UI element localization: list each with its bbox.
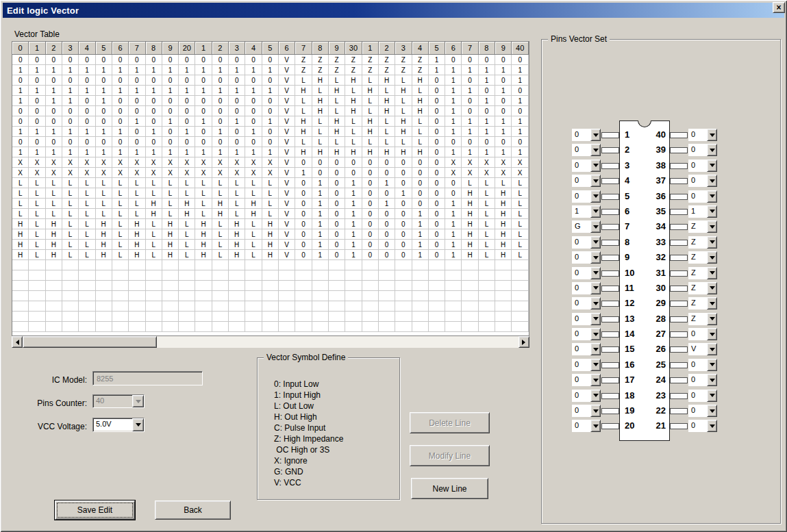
- vector-cell[interactable]: L: [29, 188, 45, 199]
- vector-cell[interactable]: 0: [12, 106, 29, 116]
- vector-cell[interactable]: 0: [29, 106, 45, 116]
- vector-cell[interactable]: 0: [462, 75, 478, 86]
- vector-cell[interactable]: 0: [429, 75, 445, 86]
- vector-cell[interactable]: 1: [345, 229, 362, 240]
- vector-cell[interactable]: H: [362, 116, 379, 127]
- vector-cell[interactable]: 1: [445, 229, 462, 240]
- vector-cell[interactable]: H: [12, 219, 29, 229]
- vector-cell[interactable]: L: [512, 240, 529, 250]
- pin-19-select[interactable]: 0: [572, 405, 601, 417]
- vector-cell[interactable]: X: [512, 157, 529, 168]
- table-row[interactable]: 1111111010101010VHLHLHLHL011111: [12, 127, 529, 137]
- vector-cell[interactable]: 0: [462, 96, 478, 106]
- vector-cell[interactable]: L: [12, 188, 29, 199]
- vector-cell[interactable]: H: [129, 250, 145, 260]
- vector-cell[interactable]: 0: [146, 116, 162, 127]
- vector-cell[interactable]: 1: [162, 147, 179, 157]
- pin-27-select[interactable]: 0: [688, 328, 717, 340]
- vector-cell[interactable]: L: [112, 219, 129, 229]
- vector-cell[interactable]: 0: [79, 96, 95, 106]
- vector-cell[interactable]: H: [379, 147, 395, 157]
- vector-cell[interactable]: 0: [245, 96, 262, 106]
- pin-31-select[interactable]: Z: [688, 267, 717, 279]
- vector-cell[interactable]: 0: [46, 137, 62, 147]
- vector-cell[interactable]: L: [512, 199, 529, 209]
- vector-cell[interactable]: 0: [96, 106, 112, 116]
- vector-cell[interactable]: 0: [479, 55, 495, 65]
- vector-cell[interactable]: V: [279, 188, 295, 199]
- vector-cell[interactable]: L: [395, 137, 412, 147]
- vector-cell[interactable]: 0: [395, 209, 412, 219]
- vector-cell[interactable]: V: [279, 168, 295, 178]
- vector-cell[interactable]: H: [495, 199, 512, 209]
- vector-cell[interactable]: V: [279, 127, 295, 137]
- vector-cell[interactable]: 0: [162, 127, 179, 137]
- vector-cell[interactable]: 0: [412, 168, 429, 178]
- vector-cell[interactable]: 1: [179, 86, 195, 96]
- chevron-down-icon[interactable]: [707, 190, 717, 203]
- pin-11-select[interactable]: 0: [572, 282, 601, 294]
- vector-cell[interactable]: L: [479, 209, 495, 219]
- vector-cell[interactable]: X: [262, 168, 279, 178]
- vector-cell[interactable]: 0: [46, 116, 62, 127]
- pin-9-select[interactable]: 0: [572, 251, 601, 264]
- vector-cell[interactable]: X: [129, 168, 145, 178]
- vector-cell[interactable]: L: [112, 178, 129, 188]
- chevron-down-icon[interactable]: [707, 374, 717, 386]
- back-button[interactable]: Back: [155, 501, 231, 520]
- vector-cell[interactable]: 0: [395, 229, 412, 240]
- vector-cell[interactable]: 0: [479, 137, 495, 147]
- pin-8-select[interactable]: 0: [572, 236, 601, 249]
- vector-cell[interactable]: H: [46, 219, 62, 229]
- vector-cell[interactable]: X: [445, 157, 462, 168]
- vector-cell[interactable]: 1: [262, 65, 279, 75]
- vector-cell[interactable]: 1: [29, 86, 45, 96]
- vector-cell[interactable]: 0: [295, 219, 312, 229]
- vector-cell[interactable]: L: [229, 178, 245, 188]
- vector-cell[interactable]: H: [96, 240, 112, 250]
- vector-cell[interactable]: 0: [395, 250, 412, 260]
- vector-cell[interactable]: 1: [312, 219, 329, 229]
- vector-cell[interactable]: 1: [79, 86, 95, 96]
- vector-cell[interactable]: 0: [112, 116, 129, 127]
- chevron-down-icon[interactable]: [707, 205, 717, 218]
- vector-cell[interactable]: 1: [162, 65, 179, 75]
- vector-cell[interactable]: 0: [512, 55, 529, 65]
- vector-table-container[interactable]: 0123456789201234567893012345678940 00000…: [12, 41, 529, 336]
- vector-cell[interactable]: 1: [445, 96, 462, 106]
- vector-cell[interactable]: 0: [62, 55, 79, 65]
- vector-cell[interactable]: 0: [229, 96, 245, 106]
- vector-cell[interactable]: 1: [79, 127, 95, 137]
- vector-cell[interactable]: 1: [12, 127, 29, 137]
- vector-cell[interactable]: X: [162, 168, 179, 178]
- vector-cell[interactable]: X: [245, 157, 262, 168]
- vector-cell[interactable]: L: [512, 229, 529, 240]
- vector-cell[interactable]: X: [29, 157, 45, 168]
- vector-cell[interactable]: L: [79, 219, 95, 229]
- vector-cell[interactable]: 1: [162, 86, 179, 96]
- vector-cell[interactable]: 1: [79, 147, 95, 157]
- vector-cell[interactable]: L: [46, 178, 62, 188]
- vector-cell[interactable]: H: [379, 75, 395, 86]
- vector-cell[interactable]: Z: [362, 55, 379, 65]
- vector-cell[interactable]: L: [129, 199, 145, 209]
- table-row[interactable]: XXXXXXXXXXXXXXXXV100000000XXXXX: [12, 168, 529, 178]
- vector-cell[interactable]: Z: [345, 55, 362, 65]
- vector-cell[interactable]: L: [62, 250, 79, 260]
- vector-cell[interactable]: 0: [362, 229, 379, 240]
- vector-cell[interactable]: L: [479, 240, 495, 250]
- vector-cell[interactable]: V: [279, 250, 295, 260]
- vector-cell[interactable]: 0: [395, 219, 412, 229]
- vector-cell[interactable]: L: [479, 199, 495, 209]
- vector-cell[interactable]: L: [79, 250, 95, 260]
- vector-cell[interactable]: 0: [429, 199, 445, 209]
- pin-35-select[interactable]: 1: [688, 205, 717, 218]
- vector-cell[interactable]: 1: [262, 116, 279, 127]
- vector-cell[interactable]: L: [162, 209, 179, 219]
- vector-cell[interactable]: X: [245, 168, 262, 178]
- vector-cell[interactable]: H: [362, 147, 379, 157]
- vector-cell[interactable]: Z: [345, 65, 362, 75]
- vector-cell[interactable]: L: [512, 219, 529, 229]
- vector-cell[interactable]: 0: [79, 75, 95, 86]
- vector-cell[interactable]: L: [79, 178, 95, 188]
